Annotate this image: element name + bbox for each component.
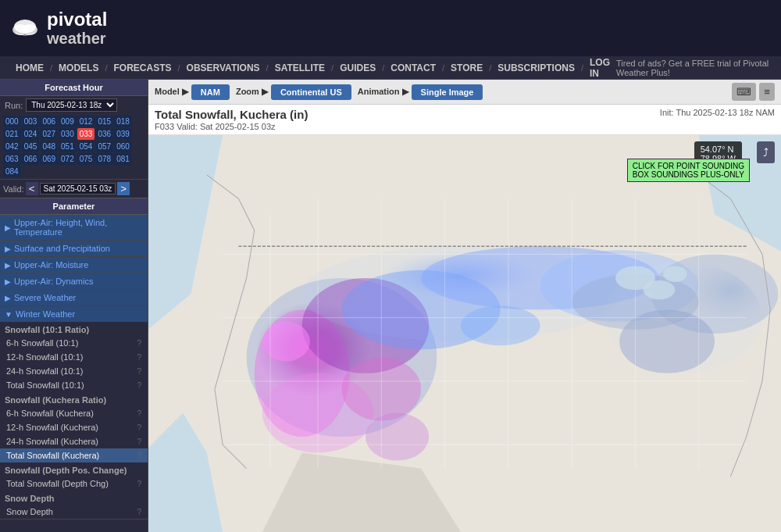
- help-icon[interactable]: ?: [137, 367, 141, 376]
- nav-contact[interactable]: CONTACT: [384, 62, 442, 73]
- help-icon[interactable]: ?: [137, 452, 141, 460]
- hour-grid: 0000030060090120150180210240270300330360…: [0, 114, 148, 179]
- param-12h-snowfall-10-1[interactable]: 12-h Snowfall (10:1) ?: [0, 350, 148, 364]
- hour-btn-063[interactable]: 063: [3, 153, 21, 165]
- param-6h-snowfall-10-1[interactable]: 6-h Snowfall (10:1) ?: [0, 336, 148, 350]
- logo-text: pivotal weather: [47, 9, 107, 47]
- hour-btn-069[interactable]: 069: [40, 153, 58, 165]
- param-group-winter-weather: ▼ Winter Weather Snowfall (10:1 Ratio) 6…: [0, 306, 148, 520]
- nav-home[interactable]: HOME: [9, 62, 50, 73]
- map-subtitle: F033 Valid: Sat 2025-02-15 03z: [155, 122, 308, 131]
- hour-btn-060[interactable]: 060: [114, 141, 132, 152]
- param-group-header-upper-air-hwt[interactable]: ▶ Upper-Air: Height, Wind, Temperature: [0, 215, 148, 240]
- nav-links: HOME / MODELS / FORECASTS / OBSERVATIONS…: [9, 57, 616, 79]
- hour-btn-054[interactable]: 054: [77, 141, 95, 152]
- hour-btn-024[interactable]: 024: [22, 128, 40, 140]
- help-icon[interactable]: ?: [137, 339, 141, 348]
- keyboard-icon-button[interactable]: ⌨: [732, 83, 756, 101]
- svg-point-34: [663, 266, 686, 282]
- help-icon[interactable]: ?: [137, 480, 141, 488]
- param-12h-snowfall-kuchera[interactable]: 12-h Snowfall (Kuchera) ?: [0, 420, 148, 434]
- param-total-snowfall-depth-chg[interactable]: Total Snowfall (Depth Chg) ?: [0, 477, 148, 491]
- run-row: Run: Thu 2025-02-13 18z: [0, 96, 148, 114]
- hour-btn-030[interactable]: 030: [59, 128, 77, 140]
- nav-login[interactable]: LOG IN: [583, 57, 616, 79]
- hour-btn-018[interactable]: 018: [114, 116, 132, 127]
- hour-btn-078[interactable]: 078: [95, 153, 113, 165]
- param-24h-snowfall-10-1[interactable]: 24-h Snowfall (10:1) ?: [0, 364, 148, 378]
- hour-btn-066[interactable]: 066: [22, 153, 40, 165]
- snowfall-depth-label: Snowfall (Depth Pos. Change): [0, 462, 148, 477]
- prev-hour-button[interactable]: <: [26, 182, 38, 195]
- param-group-header-surface-precip[interactable]: ▶ Surface and Precipitation: [0, 241, 148, 256]
- svg-point-19: [461, 305, 540, 345]
- param-24h-snowfall-kuchera[interactable]: 24-h Snowfall (Kuchera) ?: [0, 434, 148, 448]
- hour-btn-039[interactable]: 039: [114, 128, 132, 140]
- help-icon[interactable]: ?: [137, 423, 141, 432]
- animation-label: Animation ▶: [358, 87, 408, 97]
- svg-point-17: [262, 322, 310, 362]
- svg-point-2: [22, 24, 37, 35]
- forecast-hour-header: Forecast Hour: [0, 80, 148, 96]
- snowfall-kuchera-label: Snowfall (Kuchera Ratio): [0, 392, 148, 406]
- valid-row: Valid: < Sat 2025-02-15 03z >: [0, 179, 148, 198]
- snow-depth-label: Snow Depth: [0, 491, 148, 505]
- hour-btn-021[interactable]: 021: [3, 128, 21, 140]
- logo-area[interactable]: pivotal weather: [9, 9, 107, 47]
- map-init: Init: Thu 2025-02-13 18z NAM: [660, 108, 775, 117]
- hour-btn-009[interactable]: 009: [59, 116, 77, 127]
- nav-store[interactable]: STORE: [444, 62, 489, 73]
- help-icon[interactable]: ?: [137, 508, 141, 516]
- hour-btn-015[interactable]: 015: [95, 116, 113, 127]
- nav-satellite[interactable]: SATELLITE: [269, 62, 331, 73]
- param-group-upper-air-moisture: ▶ Upper-Air: Moisture: [0, 257, 148, 273]
- param-group-header-winter-weather[interactable]: ▼ Winter Weather: [0, 306, 148, 322]
- nav-guides[interactable]: GUIDES: [333, 62, 382, 73]
- hour-btn-003[interactable]: 003: [22, 116, 40, 127]
- hour-btn-033[interactable]: 033: [77, 128, 95, 140]
- param-total-snowfall-10-1[interactable]: Total Snowfall (10:1) ?: [0, 378, 148, 392]
- hour-btn-045[interactable]: 045: [22, 141, 40, 152]
- map-area[interactable]: 54.07° N 78.98° W 0" CLICK FOR POINT SOU…: [148, 135, 781, 532]
- nav-subscriptions[interactable]: SUBSCRIPTIONS: [491, 62, 581, 73]
- share-button[interactable]: ⤴: [757, 141, 775, 163]
- param-snow-depth[interactable]: Snow Depth ?: [0, 505, 148, 519]
- model-label: Model ▶: [155, 87, 188, 97]
- sounding-popup[interactable]: CLICK FOR POINT SOUNDING BOX SOUNDINGS P…: [627, 159, 750, 182]
- hour-btn-048[interactable]: 048: [40, 141, 58, 152]
- hour-btn-051[interactable]: 051: [59, 141, 77, 152]
- help-icon[interactable]: ?: [137, 409, 141, 418]
- hour-btn-075[interactable]: 075: [77, 153, 95, 165]
- hour-btn-081[interactable]: 081: [114, 153, 132, 165]
- hour-btn-072[interactable]: 072: [59, 153, 77, 165]
- run-select[interactable]: Thu 2025-02-13 18z: [26, 98, 117, 112]
- help-icon[interactable]: ?: [137, 381, 141, 390]
- hour-btn-012[interactable]: 012: [77, 116, 95, 127]
- model-button[interactable]: NAM: [191, 84, 230, 100]
- param-group-header-upper-air-dynamics[interactable]: ▶ Upper-Air: Dynamics: [0, 273, 148, 289]
- nav-observations[interactable]: OBSERVATIONS: [180, 62, 266, 73]
- settings-icon-button[interactable]: ≡: [759, 83, 775, 101]
- hour-btn-006[interactable]: 006: [40, 116, 58, 127]
- hour-btn-057[interactable]: 057: [95, 141, 113, 152]
- help-icon[interactable]: ?: [137, 353, 141, 362]
- zoom-group: Zoom ▶ Continental US: [236, 84, 351, 100]
- param-group-header-severe-weather[interactable]: ▶ Severe Weather: [0, 290, 148, 305]
- animation-button[interactable]: Single Image: [412, 84, 483, 100]
- param-6h-snowfall-kuchera[interactable]: 6-h Snowfall (Kuchera) ?: [0, 406, 148, 420]
- header: pivotal weather: [0, 0, 781, 56]
- param-total-snowfall-kuchera[interactable]: Total Snowfall (Kuchera) ?: [0, 448, 148, 462]
- nav-models[interactable]: MODELS: [52, 62, 105, 73]
- hour-btn-000[interactable]: 000: [3, 116, 21, 127]
- hour-btn-084[interactable]: 084: [3, 166, 21, 177]
- hour-btn-027[interactable]: 027: [40, 128, 58, 140]
- zoom-button[interactable]: Continental US: [271, 84, 351, 100]
- logo-icon: [9, 12, 41, 44]
- help-icon[interactable]: ?: [137, 437, 141, 446]
- param-group-header-upper-air-moisture[interactable]: ▶ Upper-Air: Moisture: [0, 257, 148, 273]
- nav-forecasts[interactable]: FORECASTS: [107, 62, 177, 73]
- hour-btn-042[interactable]: 042: [3, 141, 21, 152]
- next-hour-button[interactable]: >: [117, 182, 130, 195]
- svg-point-33: [644, 280, 676, 299]
- hour-btn-036[interactable]: 036: [95, 128, 113, 140]
